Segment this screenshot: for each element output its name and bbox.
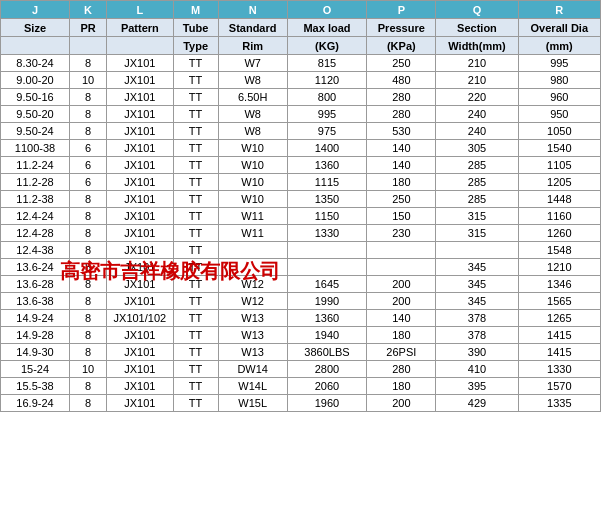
table-cell: 285 [436,191,518,208]
table-cell: 15.5-38 [1,378,70,395]
table-row: 13.6-288JX101TTW1216452003451346 [1,276,601,293]
table-cell: TT [173,361,218,378]
table-cell: 1265 [518,310,600,327]
table-cell: W14L [218,378,287,395]
table-cell: 1205 [518,174,600,191]
table-cell: W12 [218,293,287,310]
column-names-row: Size PR Pattern Tube Standard Max load P… [1,19,601,37]
table-cell: 150 [367,208,436,225]
table-cell: 345 [436,293,518,310]
table-cell: TT [173,106,218,123]
table-cell: W8 [218,123,287,140]
table-cell: JX101 [107,106,173,123]
header-maxload: Max load [287,19,367,37]
table-cell: 1960 [287,395,367,412]
unit-pr [70,37,107,55]
table-cell: 200 [367,293,436,310]
table-cell: 210 [436,72,518,89]
table-cell: 8 [70,225,107,242]
table-cell: 1565 [518,293,600,310]
table-row: 14.9-288JX101TTW1319401803781415 [1,327,601,344]
table-cell: 8.30-24 [1,55,70,72]
table-cell: 14.9-30 [1,344,70,361]
table-row: 11.2-388JX101TTW1013502502851448 [1,191,601,208]
table-cell: 9.50-24 [1,123,70,140]
table-row: 1100-386JX101TTW1014001403051540 [1,140,601,157]
table-cell: 8 [70,395,107,412]
table-cell [367,259,436,276]
table-row: 11.2-246JX101TTW1013601402851105 [1,157,601,174]
table-cell: 1210 [518,259,600,276]
table-row: 14.9-248JX101/102TTW1313601403781265 [1,310,601,327]
table-cell: W11 [218,225,287,242]
table-cell: JX101 [107,72,173,89]
unit-type: Type [173,37,218,55]
table-cell: 1160 [518,208,600,225]
table-cell: TT [173,327,218,344]
table-cell: 10 [70,361,107,378]
table-cell: W10 [218,174,287,191]
unit-rim: Rim [218,37,287,55]
table-cell: 530 [367,123,436,140]
table-cell: 1335 [518,395,600,412]
table-cell [436,242,518,259]
table-cell: 14.9-28 [1,327,70,344]
col-m-label: M [173,1,218,19]
header-section: Section [436,19,518,37]
col-r-label: R [518,1,600,19]
table-cell: W10 [218,191,287,208]
table-cell: TT [173,157,218,174]
table-cell: 8 [70,293,107,310]
table-cell: 1120 [287,72,367,89]
table-row: 9.50-168JX101TT6.50H800280220960 [1,89,601,106]
table-cell: TT [173,140,218,157]
table-cell: 250 [367,191,436,208]
header-tube: Tube [173,19,218,37]
table-row: 9.00-2010JX101TTW81120480210980 [1,72,601,89]
table-cell: W13 [218,310,287,327]
table-cell: 8 [70,106,107,123]
table-cell: 1415 [518,344,600,361]
table-cell: 200 [367,276,436,293]
col-o-label: O [287,1,367,19]
table-row: 9.50-248JX101TTW89755302401050 [1,123,601,140]
header-size: Size [1,19,70,37]
table-row: 15.5-388JX101TTW14L20601803951570 [1,378,601,395]
table-cell: 9.50-20 [1,106,70,123]
table-cell: 8 [70,89,107,106]
table-cell: JX101 [107,259,173,276]
table-cell: 1330 [287,225,367,242]
table-cell: 1990 [287,293,367,310]
table-cell: 8 [70,208,107,225]
table-cell: TT [173,225,218,242]
table-row: 14.9-308JX101TTW133860LBS26PSI3901415 [1,344,601,361]
table-cell: JX101 [107,344,173,361]
table-cell: 345 [436,259,518,276]
table-cell: 6 [70,140,107,157]
table-cell: 1415 [518,327,600,344]
table-cell: 815 [287,55,367,72]
table-cell: 10 [70,72,107,89]
table-cell: 1570 [518,378,600,395]
col-k-label: K [70,1,107,19]
table-cell: W12 [218,276,287,293]
table-cell: 16.9-24 [1,395,70,412]
table-cell: 240 [436,123,518,140]
header-pr: PR [70,19,107,37]
header-pressure: Pressure [367,19,436,37]
table-row: 15-2410JX101TTDW1428002804101330 [1,361,601,378]
table-cell: 280 [367,361,436,378]
table-row: 11.2-286JX101TTW1011151802851205 [1,174,601,191]
table-cell: 6 [70,157,107,174]
table-cell: TT [173,310,218,327]
col-n-label: N [218,1,287,19]
table-cell: 3860LBS [287,344,367,361]
table-cell: 140 [367,140,436,157]
table-cell: 11.2-28 [1,174,70,191]
table-cell: 390 [436,344,518,361]
table-cell: 1330 [518,361,600,378]
table-cell: 8 [70,242,107,259]
table-cell [218,259,287,276]
table-cell: 13.6-38 [1,293,70,310]
table-cell: W13 [218,327,287,344]
